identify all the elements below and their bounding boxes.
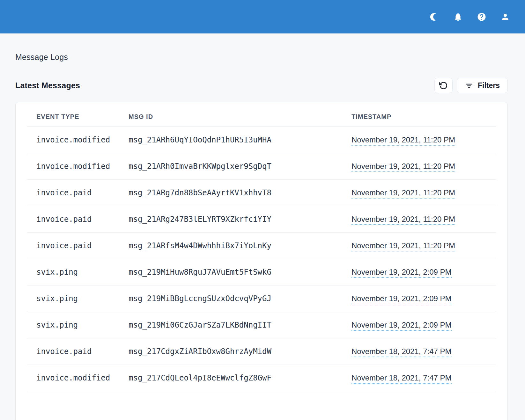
msg-id-cell: msg_219Mi0GCzGJarSZa7LKBdNngIIT	[129, 312, 351, 338]
message-row[interactable]: invoice.paid msg_21ARg247B3lELYRT9XZkrfc…	[27, 206, 496, 233]
msg-id-cell: msg_219MiBBgLccngSUzxOdcvqVPyGJ	[129, 286, 351, 312]
column-header-timestamp: TIMESTAMP	[351, 102, 496, 127]
message-row[interactable]: svix.ping msg_219Mi0GCzGJarSZa7LKBdNngII…	[27, 312, 496, 338]
timestamp-cell: November 19, 2021, 11:20 PM	[351, 153, 496, 180]
event-type-cell: invoice.modified	[27, 365, 129, 391]
msg-id-cell: msg_21ARh6UqYIOoQdnP1hUR5I3uMHA	[129, 127, 351, 153]
message-row[interactable]: invoice.modified msg_21ARh6UqYIOoQdnP1hU…	[27, 127, 496, 153]
topbar	[0, 0, 525, 33]
msg-id-cell: msg_21ARg7dn88bSeAAyrtKV1xhhvT8	[129, 180, 351, 206]
event-type-cell: invoice.paid	[27, 180, 129, 206]
event-type-cell: invoice.paid	[27, 206, 129, 233]
event-type-cell: svix.ping	[27, 259, 129, 286]
event-type-cell: invoice.paid	[27, 233, 129, 259]
account-button[interactable]	[500, 11, 511, 22]
moon-icon	[430, 12, 439, 22]
refresh-icon	[439, 81, 448, 90]
timestamp-value[interactable]: November 19, 2021, 11:20 PM	[351, 135, 455, 146]
section-title: Latest Messages	[15, 81, 80, 90]
timestamp-value[interactable]: November 19, 2021, 11:20 PM	[351, 188, 455, 199]
timestamp-cell: November 19, 2021, 11:20 PM	[351, 206, 496, 233]
message-row[interactable]: svix.ping msg_219MiHuw8RguJ7AVuEmt5FtSwk…	[27, 259, 496, 286]
refresh-button[interactable]	[434, 78, 453, 93]
timestamp-cell: November 19, 2021, 11:20 PM	[351, 180, 496, 206]
timestamp-value[interactable]: November 18, 2021, 7:47 PM	[351, 347, 452, 357]
message-row[interactable]: svix.ping msg_219MiBBgLccngSUzxOdcvqVPyG…	[27, 286, 496, 312]
msg-id-cell: msg_21ARfsM4w4DWwhhhiBx7iYoLnKy	[129, 233, 351, 259]
message-row[interactable]: invoice.paid msg_21ARfsM4w4DWwhhhiBx7iYo…	[27, 233, 496, 259]
filters-button-label: Filters	[478, 81, 500, 90]
timestamp-cell: November 19, 2021, 11:20 PM	[351, 233, 496, 259]
bell-icon	[453, 12, 463, 22]
page-title: Message Logs	[15, 53, 508, 62]
timestamp-value[interactable]: November 19, 2021, 11:20 PM	[351, 241, 455, 251]
timestamp-value[interactable]: November 19, 2021, 11:20 PM	[351, 162, 455, 172]
main-content: Message Logs Latest Messages Filters	[15, 53, 508, 420]
timestamp-cell: November 19, 2021, 11:20 PM	[351, 127, 496, 153]
timestamp-value[interactable]: November 19, 2021, 2:09 PM	[351, 321, 452, 331]
timestamp-value[interactable]: November 19, 2021, 2:09 PM	[351, 294, 452, 304]
section-actions: Filters	[434, 78, 508, 93]
messages-table: EVENT TYPE MSG ID TIMESTAMP invoice.modi…	[27, 102, 496, 391]
column-header-msg-id: MSG ID	[129, 102, 351, 127]
event-type-cell: invoice.modified	[27, 153, 129, 180]
message-row[interactable]: invoice.modified msg_217CdQLeol4pI8eEWwc…	[27, 365, 496, 391]
event-type-cell: svix.ping	[27, 286, 129, 312]
message-row[interactable]: invoice.modified msg_21ARh0ImvaBrKKWpglx…	[27, 153, 496, 180]
timestamp-cell: November 18, 2021, 7:47 PM	[351, 338, 496, 365]
notifications-button[interactable]	[453, 11, 463, 22]
table-body: invoice.modified msg_21ARh6UqYIOoQdnP1hU…	[27, 127, 496, 391]
timestamp-value[interactable]: November 19, 2021, 11:20 PM	[351, 215, 455, 225]
message-row[interactable]: invoice.paid msg_217CdgxZiARIbOxw8GhrzAy…	[27, 338, 496, 365]
event-type-cell: svix.ping	[27, 312, 129, 338]
column-header-event-type: EVENT TYPE	[27, 102, 129, 127]
timestamp-value[interactable]: November 18, 2021, 7:47 PM	[351, 373, 452, 384]
table-header-row: EVENT TYPE MSG ID TIMESTAMP	[27, 102, 496, 127]
timestamp-cell: November 19, 2021, 2:09 PM	[351, 312, 496, 338]
msg-id-cell: msg_217CdgxZiARIbOxw8GhrzAyMidW	[129, 338, 351, 365]
message-row[interactable]: invoice.paid msg_21ARg7dn88bSeAAyrtKV1xh…	[27, 180, 496, 206]
user-icon	[500, 12, 510, 22]
event-type-cell: invoice.paid	[27, 338, 129, 365]
event-type-cell: invoice.modified	[27, 127, 129, 153]
timestamp-cell: November 18, 2021, 7:47 PM	[351, 365, 496, 391]
section-header: Latest Messages Filters	[15, 78, 508, 93]
help-icon	[477, 12, 486, 22]
msg-id-cell: msg_217CdQLeol4pI8eEWwclfgZ8GwF	[129, 365, 351, 391]
timestamp-cell: November 19, 2021, 2:09 PM	[351, 286, 496, 312]
msg-id-cell: msg_21ARg247B3lELYRT9XZkrfciYIY	[129, 206, 351, 233]
msg-id-cell: msg_219MiHuw8RguJ7AVuEmt5FtSwkG	[129, 259, 351, 286]
filters-button[interactable]: Filters	[457, 78, 508, 93]
dark-mode-toggle[interactable]	[429, 11, 440, 22]
help-button[interactable]	[476, 11, 487, 22]
messages-card: EVENT TYPE MSG ID TIMESTAMP invoice.modi…	[15, 102, 508, 420]
msg-id-cell: msg_21ARh0ImvaBrKKWpglxer9SgDqT	[129, 153, 351, 180]
timestamp-cell: November 19, 2021, 2:09 PM	[351, 259, 496, 286]
filter-icon	[465, 81, 473, 90]
timestamp-value[interactable]: November 19, 2021, 2:09 PM	[351, 268, 452, 278]
